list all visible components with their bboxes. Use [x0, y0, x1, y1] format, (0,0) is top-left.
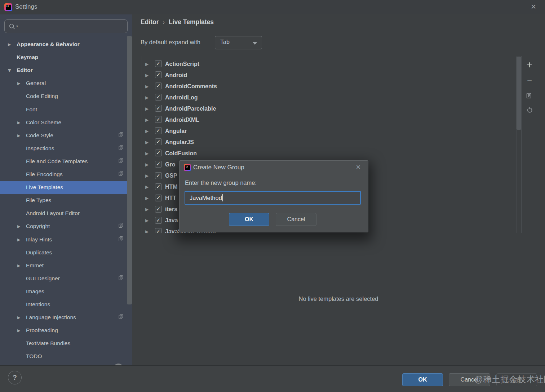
sidebar-item-textmate-bundles[interactable]: TextMate Bundles	[0, 337, 132, 350]
chevron-collapsed-icon[interactable]: ▶	[17, 263, 20, 268]
group-checkbox[interactable]: ✓	[155, 217, 162, 224]
group-checkbox[interactable]: ✓	[155, 127, 162, 134]
chevron-collapsed-icon[interactable]: ▶	[145, 129, 149, 134]
sidebar-item-file-types[interactable]: File Types	[0, 194, 132, 207]
search-input[interactable]	[21, 21, 126, 32]
sidebar-item-file-encodings[interactable]: File Encodings	[0, 168, 132, 181]
group-checkbox[interactable]: ✓	[155, 105, 162, 112]
group-checkbox[interactable]: ✓	[155, 150, 162, 156]
chevron-collapsed-icon[interactable]: ▶	[17, 237, 20, 242]
sidebar-item-label: Intentions	[26, 301, 50, 308]
chevron-collapsed-icon[interactable]: ▶	[145, 73, 149, 78]
chevron-collapsed-icon[interactable]: ▶	[17, 328, 20, 333]
group-checkbox[interactable]: ✓	[155, 71, 162, 78]
sidebar-item-editor[interactable]: ▼Editor	[0, 64, 132, 77]
breadcrumb-editor[interactable]: Editor	[141, 18, 159, 26]
template-group-row[interactable]: ▶✓AndroidLog	[142, 92, 521, 103]
chevron-collapsed-icon[interactable]: ▶	[17, 315, 20, 320]
sidebar-item-code-editing[interactable]: Code Editing	[0, 90, 132, 103]
chevron-collapsed-icon[interactable]: ▶	[17, 224, 20, 229]
rollback-button[interactable]	[525, 106, 534, 115]
sidebar-item-file-and-code-templates[interactable]: File and Code Templates	[0, 155, 132, 168]
remove-button[interactable]: −	[524, 76, 535, 86]
sidebar-item-label: Live Templates	[26, 184, 63, 191]
chevron-expanded-icon[interactable]: ▼	[8, 68, 11, 73]
chevron-collapsed-icon[interactable]: ▶	[145, 218, 149, 223]
group-checkbox[interactable]: ✓	[155, 60, 162, 67]
sidebar-item-emmet[interactable]: ▶Emmet	[0, 259, 132, 272]
sidebar-item-duplicates[interactable]: Duplicates	[0, 246, 132, 259]
sidebar-item-color-scheme[interactable]: ▶Color Scheme	[0, 116, 132, 129]
sidebar-item-font[interactable]: Font	[0, 103, 132, 116]
help-button[interactable]: ?	[8, 371, 22, 384]
chevron-collapsed-icon[interactable]: ▶	[17, 120, 20, 125]
sidebar-item-copyright[interactable]: ▶Copyright	[0, 220, 132, 233]
group-checkbox[interactable]: ✓	[155, 172, 162, 179]
chevron-collapsed-icon[interactable]: ▶	[145, 117, 149, 122]
chevron-collapsed-icon[interactable]: ▶	[8, 42, 11, 47]
group-checkbox[interactable]: ✓	[155, 138, 162, 145]
chevron-collapsed-icon[interactable]: ▶	[145, 62, 149, 67]
template-group-row[interactable]: ▶✓AndroidParcelable	[142, 103, 521, 114]
group-checkbox[interactable]: ✓	[155, 206, 162, 213]
chevron-collapsed-icon[interactable]: ▶	[17, 81, 20, 86]
sidebar-item-gui-designer[interactable]: GUI Designer	[0, 272, 132, 285]
list-scrollbar[interactable]	[517, 57, 521, 130]
template-group-row[interactable]: ▶✓ColdFusion	[142, 148, 521, 159]
sidebar-scrollbar[interactable]	[127, 36, 132, 304]
sidebar-item-appearance-behavior[interactable]: ▶Appearance & Behavior	[0, 38, 132, 51]
sidebar-item-keymap[interactable]: Keymap	[0, 51, 132, 64]
chevron-collapsed-icon[interactable]: ▶	[145, 207, 149, 212]
dialog-close-icon[interactable]: ×	[353, 162, 364, 173]
chevron-collapsed-icon[interactable]: ▶	[145, 173, 149, 178]
dialog-prompt-label: Enter the new group name:	[185, 179, 257, 186]
duplicate-button[interactable]	[525, 91, 534, 99]
chevron-collapsed-icon[interactable]: ▶	[145, 106, 149, 111]
add-button[interactable]: +	[524, 60, 535, 70]
sidebar-item-images[interactable]: Images	[0, 285, 132, 298]
sidebar-item-live-templates[interactable]: Live Templates	[0, 181, 132, 194]
dialog-ok-button[interactable]: OK	[229, 213, 269, 226]
template-group-row[interactable]: ▶✓AngularJS	[142, 137, 521, 148]
chevron-collapsed-icon[interactable]: ▶	[145, 151, 149, 156]
sidebar-item-proofreading[interactable]: ▶Proofreading	[0, 324, 132, 337]
sidebar-item-todo[interactable]: TODO	[0, 350, 132, 363]
search-options-caret-icon[interactable]: ▾	[16, 24, 18, 28]
group-name-input[interactable]: JavaMethod	[185, 191, 361, 205]
sidebar-item-general[interactable]: ▶General	[0, 77, 132, 90]
sidebar-item-android-layout-editor[interactable]: Android Layout Editor	[0, 207, 132, 220]
group-checkbox[interactable]: ✓	[155, 183, 162, 190]
chevron-collapsed-icon[interactable]: ▶	[17, 133, 20, 138]
window-close-icon[interactable]: ×	[528, 1, 539, 12]
sidebar-item-language-injections[interactable]: ▶Language Injections	[0, 311, 132, 324]
chevron-collapsed-icon[interactable]: ▶	[145, 229, 149, 233]
settings-search-box[interactable]: ▾	[4, 19, 128, 33]
group-checkbox[interactable]: ✓	[155, 195, 162, 201]
chevron-collapsed-icon[interactable]: ▶	[145, 140, 149, 145]
template-group-row[interactable]: ▶✓Angular	[142, 125, 521, 137]
group-checkbox[interactable]: ✓	[155, 94, 162, 101]
checkmark-icon: ✓	[156, 83, 161, 89]
settings-ok-button[interactable]: OK	[402, 373, 443, 386]
sidebar-item-inspections[interactable]: Inspections	[0, 142, 132, 155]
chevron-collapsed-icon[interactable]: ▶	[145, 196, 149, 201]
chevron-collapsed-icon[interactable]: ▶	[145, 95, 149, 100]
chevron-collapsed-icon[interactable]: ▶	[145, 84, 149, 89]
settings-window: IJ Settings × ▾ ▶Appearance & BehaviorKe…	[0, 0, 545, 392]
template-group-row[interactable]: ▶✓Android	[142, 70, 521, 81]
group-checkbox[interactable]: ✓	[155, 161, 162, 168]
group-checkbox[interactable]: ✓	[155, 83, 162, 89]
expand-with-dropdown[interactable]: Tab	[215, 36, 262, 49]
template-group-row[interactable]: ▶✓AndroidXML	[142, 114, 521, 125]
dialog-cancel-button[interactable]: Cancel	[276, 213, 316, 226]
template-group-row[interactable]: ▶✓ActionScript	[142, 58, 521, 70]
footer-bar: ? OK Cancel Apply	[0, 365, 545, 392]
chevron-collapsed-icon[interactable]: ▶	[145, 162, 149, 167]
group-checkbox[interactable]: ✓	[155, 116, 162, 123]
sidebar-item-inlay-hints[interactable]: ▶Inlay Hints	[0, 233, 132, 246]
sidebar-item-intentions[interactable]: Intentions	[0, 298, 132, 311]
template-group-row[interactable]: ▶✓AndroidComments	[142, 81, 521, 92]
sidebar-item-code-style[interactable]: ▶Code Style	[0, 129, 132, 142]
chevron-collapsed-icon[interactable]: ▶	[145, 184, 149, 190]
group-checkbox[interactable]: ✓	[155, 228, 162, 233]
